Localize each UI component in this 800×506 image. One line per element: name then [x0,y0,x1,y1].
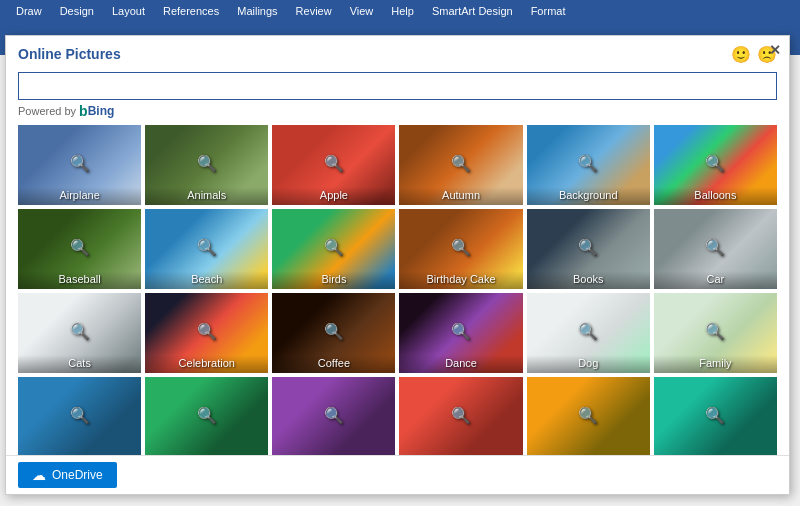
pic-item-dance[interactable]: 🔍Dance [399,293,522,373]
dialog-header: Online Pictures 🙂 🙁 [6,36,789,68]
search-icon-birthday-cake: 🔍 [451,238,471,257]
pic-label-background: Background [527,187,650,205]
pic-item-cats[interactable]: 🔍Cats [18,293,141,373]
pic-item-more4[interactable]: 🔍 [399,377,522,455]
pic-item-apple[interactable]: 🔍Apple [272,125,395,205]
pic-item-birds[interactable]: 🔍Birds [272,209,395,289]
search-icon-more1: 🔍 [70,406,90,425]
pic-label-animals: Animals [145,187,268,205]
pic-item-baseball[interactable]: 🔍Baseball [18,209,141,289]
pic-item-family[interactable]: 🔍Family [654,293,777,373]
search-icon-more3: 🔍 [324,406,344,425]
search-icon-background: 🔍 [578,154,598,173]
tab-draw[interactable]: Draw [8,3,50,19]
pic-item-more5[interactable]: 🔍 [527,377,650,455]
tab-smartart[interactable]: SmartArt Design [424,3,521,19]
search-icon-balloons: 🔍 [705,154,725,173]
pic-item-dog[interactable]: 🔍Dog [527,293,650,373]
pic-item-animals[interactable]: 🔍Animals [145,125,268,205]
ribbon-tabs: Draw Design Layout References Mailings R… [0,0,800,22]
tab-help[interactable]: Help [383,3,422,19]
search-icon-more2: 🔍 [197,406,217,425]
pic-item-beach[interactable]: 🔍Beach [145,209,268,289]
pic-label-books: Books [527,271,650,289]
search-icon-car: 🔍 [705,238,725,257]
onedrive-button[interactable]: ☁ OneDrive [18,462,117,488]
pic-label-apple: Apple [272,187,395,205]
search-area: Powered by b Bing [6,68,789,121]
search-icon-more4: 🔍 [451,406,471,425]
pic-label-cats: Cats [18,355,141,373]
onedrive-label: OneDrive [52,468,103,482]
search-icon-more5: 🔍 [578,406,598,425]
search-icon-autumn: 🔍 [451,154,471,173]
search-icon-celebration: 🔍 [197,322,217,341]
search-icon-airplane: 🔍 [70,154,90,173]
pic-item-car[interactable]: 🔍Car [654,209,777,289]
search-input[interactable] [23,75,772,97]
pic-label-dance: Dance [399,355,522,373]
search-icon-birds: 🔍 [324,238,344,257]
pic-label-beach: Beach [145,271,268,289]
pic-label-autumn: Autumn [399,187,522,205]
dialog-footer: ☁ OneDrive [6,455,789,494]
smile-button[interactable]: 🙂 [731,44,751,64]
online-pictures-dialog: ✕ Online Pictures 🙂 🙁 Powered by b Bing … [5,35,790,495]
tab-format[interactable]: Format [523,3,574,19]
tab-view[interactable]: View [342,3,382,19]
pic-label-baseball: Baseball [18,271,141,289]
pic-item-background[interactable]: 🔍Background [527,125,650,205]
search-icon-more6: 🔍 [705,406,725,425]
tab-review[interactable]: Review [288,3,340,19]
pictures-grid: 🔍Airplane🔍Animals🔍Apple🔍Autumn🔍Backgroun… [6,121,789,455]
pic-item-birthday-cake[interactable]: 🔍Birthday Cake [399,209,522,289]
bing-b-letter: b [79,103,88,119]
tab-layout[interactable]: Layout [104,3,153,19]
search-icon-animals: 🔍 [197,154,217,173]
pic-label-celebration: Celebration [145,355,268,373]
search-icon-apple: 🔍 [324,154,344,173]
powered-by: Powered by b Bing [18,103,777,119]
onedrive-icon: ☁ [32,467,46,483]
search-icon-family: 🔍 [705,322,725,341]
search-icon-coffee: 🔍 [324,322,344,341]
pic-item-celebration[interactable]: 🔍Celebration [145,293,268,373]
tab-mailings[interactable]: Mailings [229,3,285,19]
pic-label-coffee: Coffee [272,355,395,373]
pic-label-balloons: Balloons [654,187,777,205]
tab-references[interactable]: References [155,3,227,19]
pic-label-birds: Birds [272,271,395,289]
pic-item-books[interactable]: 🔍Books [527,209,650,289]
search-icon-dance: 🔍 [451,322,471,341]
pic-label-birthday-cake: Birthday Cake [399,271,522,289]
search-icon-baseball: 🔍 [70,238,90,257]
pic-label-airplane: Airplane [18,187,141,205]
pic-item-airplane[interactable]: 🔍Airplane [18,125,141,205]
bing-icon: b Bing [79,103,114,119]
pic-item-more3[interactable]: 🔍 [272,377,395,455]
powered-by-text: Powered by [18,105,76,117]
pic-item-autumn[interactable]: 🔍Autumn [399,125,522,205]
bing-label: Bing [88,104,115,118]
pic-item-more6[interactable]: 🔍 [654,377,777,455]
pic-item-balloons[interactable]: 🔍Balloons [654,125,777,205]
tab-design[interactable]: Design [52,3,102,19]
search-icon-dog: 🔍 [578,322,598,341]
search-input-wrap[interactable] [18,72,777,100]
close-button[interactable]: ✕ [769,42,781,58]
pic-item-more2[interactable]: 🔍 [145,377,268,455]
dialog-title: Online Pictures [18,46,121,62]
pic-label-family: Family [654,355,777,373]
pic-item-more1[interactable]: 🔍 [18,377,141,455]
search-icon-cats: 🔍 [70,322,90,341]
pic-item-coffee[interactable]: 🔍Coffee [272,293,395,373]
search-icon-beach: 🔍 [197,238,217,257]
search-icon-books: 🔍 [578,238,598,257]
pic-label-car: Car [654,271,777,289]
pic-label-dog: Dog [527,355,650,373]
